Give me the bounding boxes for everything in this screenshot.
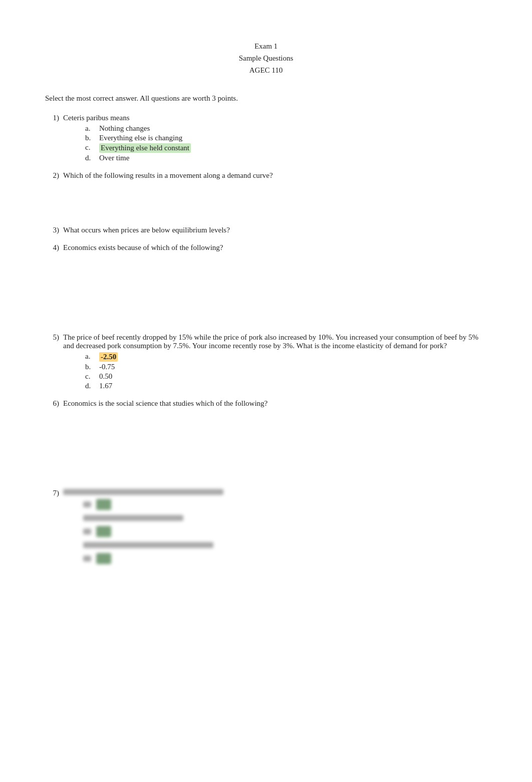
instructions: Select the most correct answer. All ques…: [45, 94, 487, 103]
q1-letter-a: a.: [85, 124, 95, 133]
q5-letter-c: c.: [85, 372, 95, 381]
question-3: 3) What occurs when prices are below equ…: [45, 226, 487, 234]
q7-blurred-answers: [83, 499, 487, 564]
q5-letter-a: a.: [85, 352, 95, 362]
q4-spacer2: [45, 289, 487, 324]
q1-answer-d: d. Over time: [85, 154, 487, 162]
q7-blurred-content: [63, 489, 487, 569]
q6-spacer2: [45, 445, 487, 480]
q5-text-a: -2.50: [99, 352, 118, 362]
q4-number: 4): [45, 243, 59, 252]
q1-text-a: Nothing changes: [99, 124, 150, 133]
q7-blur-line-5: [83, 553, 487, 564]
q5-answers: a. -2.50 b. -0.75 c. 0.50 d. 1.67: [85, 352, 487, 390]
q1-answer-a: a. Nothing changes: [85, 124, 487, 133]
q2-number: 2): [45, 171, 59, 180]
q5-letter-b: b.: [85, 363, 95, 371]
q1-text: Ceteris paribus means: [63, 114, 487, 122]
q1-answers: a. Nothing changes b. Everything else is…: [85, 124, 487, 162]
q7-blur-line-4: [83, 542, 487, 548]
q4-text: Economics exists because of which of the…: [63, 243, 487, 252]
q1-letter-d: d.: [85, 154, 95, 162]
q5-text: The price of beef recently dropped by 15…: [63, 333, 487, 350]
question-2: 2) Which of the following results in a m…: [45, 171, 487, 217]
q1-letter-c: c.: [85, 143, 95, 153]
q5-answer-c: c. 0.50: [85, 372, 487, 381]
question-6: 6) Economics is the social science that …: [45, 399, 487, 480]
question-4: 4) Economics exists because of which of …: [45, 243, 487, 324]
header-line2: Sample Questions: [45, 52, 487, 64]
page-header: Exam 1 Sample Questions AGEC 110: [45, 40, 487, 76]
q4-spacer: [45, 254, 487, 289]
q1-text-b: Everything else is changing: [99, 134, 182, 142]
q3-text: What occurs when prices are below equili…: [63, 226, 487, 234]
q7-blur-line-1: [83, 499, 487, 510]
q5-text-d: 1.67: [99, 382, 112, 390]
q5-number: 5): [45, 333, 59, 350]
q1-text-d: Over time: [99, 154, 129, 162]
header-line3: AGEC 110: [45, 64, 487, 76]
q1-answer-c: c. Everything else held constant: [85, 143, 487, 153]
q7-number: 7): [45, 489, 59, 569]
q5-letter-d: d.: [85, 382, 95, 390]
header-line1: Exam 1: [45, 40, 487, 52]
q1-number: 1): [45, 114, 59, 122]
q2-spacer: [45, 182, 487, 217]
q1-answer-b: b. Everything else is changing: [85, 134, 487, 142]
q6-number: 6): [45, 399, 59, 408]
q5-text-c: 0.50: [99, 372, 112, 381]
q1-text-c: Everything else held constant: [99, 143, 191, 153]
question-7: 7): [45, 489, 487, 569]
q2-text: Which of the following results in a move…: [63, 171, 487, 180]
question-5: 5) The price of beef recently dropped by…: [45, 333, 487, 390]
question-1: 1) Ceteris paribus means a. Nothing chan…: [45, 114, 487, 162]
q5-answer-b: b. -0.75: [85, 363, 487, 371]
q7-blur-line-3: [83, 526, 487, 537]
q5-text-b: -0.75: [99, 363, 115, 371]
q7-blur-line-2: [83, 515, 487, 521]
q1-letter-b: b.: [85, 134, 95, 142]
q6-text: Economics is the social science that stu…: [63, 399, 487, 408]
q6-spacer: [45, 410, 487, 445]
q5-answer-d: d. 1.67: [85, 382, 487, 390]
q3-number: 3): [45, 226, 59, 234]
q5-answer-a: a. -2.50: [85, 352, 487, 362]
